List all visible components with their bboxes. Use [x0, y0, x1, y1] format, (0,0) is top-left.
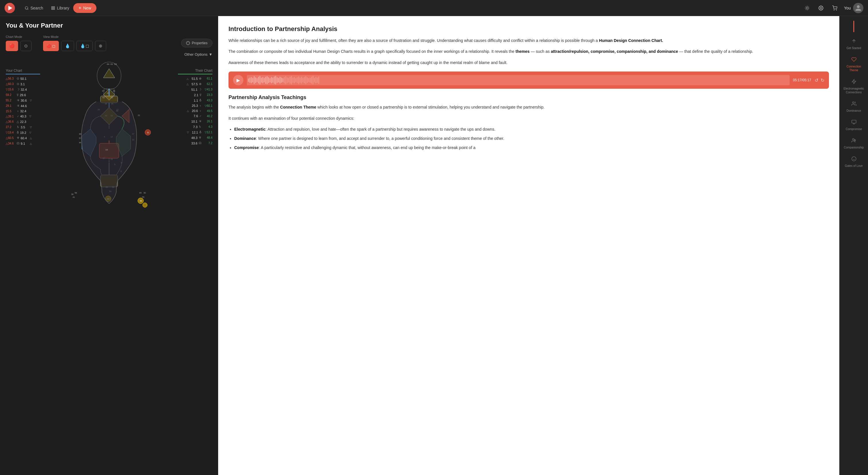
play-button[interactable]: ▶	[233, 75, 243, 85]
top-navigation: Search Library + New You	[0, 0, 868, 16]
list-item: 48.3 ♆ 48.4	[178, 136, 212, 140]
new-label: New	[83, 6, 91, 10]
svg-text:49: 49	[139, 192, 142, 194]
content-title: Introduction to Partnership Analysis	[228, 25, 829, 33]
list-item: △60.3 ⊙ 3.1	[6, 82, 40, 86]
list-item: 2.1 ☿ 23.3	[178, 93, 212, 97]
audio-timestamp: 05:17/05:17	[793, 78, 811, 82]
rewind-button[interactable]: ↺	[815, 78, 818, 83]
sidebar-item-dominance[interactable]: Dominance	[841, 98, 867, 115]
chart-mode-alt-btn[interactable]: ⊙	[20, 41, 32, 51]
list-item: 59.2 ☿ 29.6	[6, 93, 40, 97]
svg-line-9	[809, 9, 809, 9]
svg-text:31: 31	[113, 90, 115, 92]
intro-p1: While relationships can be a rich source…	[228, 37, 829, 43]
list-item: ▽19.4 ⛢ 19.2 ▽	[6, 131, 40, 135]
view-mode-btn1[interactable]: 🔴 ◻	[43, 41, 59, 51]
list-item: △39.1 ♂ 40.3 ▽	[6, 115, 40, 118]
search-button[interactable]: Search	[21, 4, 47, 12]
teachings-p1: The analysis begins with the Connection …	[228, 104, 829, 110]
audio-player: ▶ 05:17/05:17 ↺ ↻	[228, 71, 829, 89]
svg-text:46: 46	[140, 200, 142, 202]
settings-button[interactable]	[816, 3, 826, 12]
svg-point-89	[854, 140, 856, 141]
page-title: You & Your Partner	[6, 22, 212, 29]
logo-button[interactable]	[5, 3, 15, 13]
svg-point-14	[820, 7, 822, 9]
sidebar-item-get-started[interactable]: Get Started	[841, 36, 867, 53]
svg-rect-3	[52, 8, 53, 9]
their-chart-data: Their Chart △ 51.5 ⊕ 61.1 △ 57.5 ⊕ 62.1 …	[178, 60, 212, 147]
svg-point-81	[143, 203, 147, 207]
sidebar-item-gates-of-love[interactable]: Gates of Love	[841, 153, 867, 171]
svg-marker-30	[103, 69, 115, 78]
forward-button[interactable]: ↻	[820, 78, 825, 83]
their-chart-header: Their Chart	[178, 69, 212, 75]
svg-text:57: 57	[79, 137, 81, 139]
options-row: Other Options ▼	[6, 52, 212, 57]
library-button[interactable]: Library	[47, 4, 73, 12]
list-item: △ 51.5 ⊕ 61.1	[178, 77, 212, 81]
sidebar-item-compromise[interactable]: Compromise	[841, 117, 867, 134]
library-label: Library	[57, 6, 69, 10]
svg-text:21: 21	[138, 114, 140, 116]
bullet-electromagnetic: Electromagnetic: Attraction and repulsio…	[234, 126, 829, 133]
your-chart-data: Your Chart △56.3 ⊙ 50.1 △60.3 ⊙ 3.1 ▽15.…	[6, 60, 40, 147]
svg-text:43: 43	[107, 92, 109, 94]
view-mode-btn2[interactable]: 💧	[61, 41, 74, 51]
user-menu[interactable]: You	[844, 3, 863, 13]
list-item: 15.5 ♀ 32.4	[6, 110, 40, 113]
search-label: Search	[30, 6, 43, 10]
sun-icon	[805, 5, 810, 11]
svg-line-8	[806, 6, 806, 7]
svg-text:41: 41	[73, 196, 75, 198]
audio-controls: ↺ ↻	[815, 78, 825, 83]
chevron-down-icon: ▼	[209, 52, 212, 57]
sidebar-item-connection-theme[interactable]: Connection Theme	[841, 54, 867, 75]
list-item: 29.1 ♃ 44.6	[6, 104, 40, 108]
new-button[interactable]: + New	[73, 3, 96, 13]
other-options-button[interactable]: Other Options ▼	[184, 52, 212, 57]
waveform[interactable]	[247, 75, 789, 85]
list-item: 7.6 ♂ 40.2	[178, 114, 212, 118]
svg-text:64: 64	[107, 63, 110, 65]
properties-button[interactable]: Properties	[181, 39, 212, 48]
list-item: △ 20.6 ♀ 49.5	[178, 109, 212, 113]
list-item: ▽ 12.1 ⛢ ▽12.1	[178, 130, 212, 134]
svg-rect-2	[54, 6, 55, 7]
center-panel: Introduction to Partnership Analysis Whi…	[218, 16, 839, 475]
bodygraph-chart[interactable]: 64 61 63 17 31 43 62 23 56 35 21 20 12 1…	[40, 60, 178, 209]
theme-toggle-button[interactable]	[803, 3, 812, 12]
view-mode-btn3[interactable]: 💧◻	[76, 41, 93, 51]
bullet-dominance: Dominance: Where one partner is designed…	[234, 135, 829, 142]
intro-p3: Awareness of these themes leads to accep…	[228, 59, 829, 66]
avatar-icon	[855, 5, 862, 11]
list-item: 51.1 ☽ ▽41.3	[178, 88, 212, 91]
svg-point-88	[852, 139, 854, 140]
view-mode-btn4[interactable]: ⊕	[95, 41, 106, 51]
companionship-icon	[851, 138, 857, 144]
sidebar-item-electromagnetic[interactable]: Electromagnetic Connections	[841, 76, 867, 97]
svg-text:17: 17	[102, 90, 104, 92]
svg-text:30: 30	[144, 192, 146, 194]
svg-text:23: 23	[111, 96, 113, 98]
svg-text:21: 21	[147, 131, 149, 133]
svg-point-15	[834, 10, 834, 10]
list-item: 1.1 ⛢ 43.3	[178, 98, 212, 102]
bullet-compromise: Compromise: A particularly restrictive a…	[234, 144, 829, 151]
right-sidebar: Get Started Connection Theme Electromagn…	[839, 16, 868, 475]
chart-mode-label: Chart Mode	[6, 35, 32, 38]
info-icon	[186, 41, 190, 45]
properties-label: Properties	[192, 41, 208, 45]
dominance-icon	[851, 101, 857, 108]
svg-line-13	[809, 6, 809, 7]
teachings-p2: It continues with an examination of four…	[228, 115, 829, 121]
sidebar-item-companionship[interactable]: Companionship	[841, 135, 867, 152]
cart-icon	[832, 5, 837, 11]
teachings-title: Partnership Analysis Teachings	[228, 94, 829, 100]
sidebar-item-label-connection: Connection Theme	[843, 65, 865, 72]
list-item: 33.6 ☊ 7.2	[178, 141, 212, 145]
cart-button[interactable]	[830, 3, 839, 12]
chart-mode-active-btn[interactable]: 🔴	[6, 41, 18, 51]
list-item: △60.5 ♆ 60.4 △	[6, 136, 40, 140]
